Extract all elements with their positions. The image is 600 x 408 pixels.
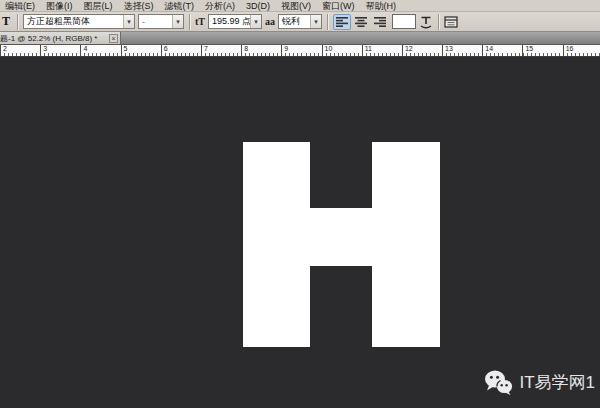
align-left-button[interactable] <box>333 14 351 30</box>
document-tab-bar: 标题-1 @ 52.2% (H, RGB/8) * × <box>0 32 600 45</box>
font-style-value: - <box>139 17 172 27</box>
menu-item[interactable]: 编辑(E) <box>0 0 41 12</box>
font-size-icon: tT <box>195 14 205 29</box>
watermark-text: IT易学网1 <box>519 371 595 394</box>
type-tool-icon[interactable]: T <box>0 14 12 29</box>
align-right-icon <box>374 17 386 27</box>
document-tab-title: 标题-1 @ 52.2% (H, RGB/8) * <box>0 33 106 44</box>
ruler-unit: 8 <box>241 45 281 56</box>
menu-item[interactable]: 分析(A) <box>200 0 241 12</box>
watermark: IT易学网1 <box>484 369 595 396</box>
ruler-number: 8 <box>244 45 248 52</box>
document-tab[interactable]: 标题-1 @ 52.2% (H, RGB/8) * × <box>0 32 121 44</box>
close-icon[interactable]: × <box>109 34 118 43</box>
ruler-unit: 15 <box>522 45 562 56</box>
chevron-down-icon: ▾ <box>172 15 183 28</box>
ruler-unit: 4 <box>80 45 120 56</box>
ruler-number: 2 <box>3 45 7 52</box>
text-alignment-group <box>333 14 389 30</box>
ruler-number: 14 <box>485 45 493 52</box>
ruler-unit: 9 <box>281 45 321 56</box>
ruler-number: 6 <box>164 45 168 52</box>
separator <box>189 14 190 30</box>
menu-item[interactable]: 窗口(W) <box>317 0 361 12</box>
menu-item[interactable]: 图像(I) <box>41 0 79 12</box>
chevron-down-icon: ▾ <box>310 15 321 28</box>
ruler-unit: 7 <box>201 45 241 56</box>
anti-alias-select[interactable]: 锐利 ▾ <box>278 14 322 29</box>
align-right-button[interactable] <box>371 14 389 30</box>
anti-alias-value: 锐利 <box>279 15 310 28</box>
separator <box>327 14 328 30</box>
separator <box>17 14 18 30</box>
ruler-number: 3 <box>43 45 47 52</box>
ruler-unit: 13 <box>442 45 482 56</box>
ruler-number: 16 <box>566 45 574 52</box>
ruler-unit: 16 <box>563 45 600 56</box>
font-size-select[interactable]: 195.99 点 ▾ <box>208 14 262 29</box>
ruler-number: 9 <box>284 45 288 52</box>
menu-item[interactable]: 3D(D) <box>241 0 276 12</box>
font-family-select[interactable]: 方正超粗黑简体 ▾ <box>23 14 135 29</box>
tool-options-bar: T 方正超粗黑简体 ▾ - ▾ tT 195.99 点 ▾ aa 锐利 ▾ <box>0 12 600 32</box>
menu-item[interactable]: 图层(L) <box>79 0 119 12</box>
align-left-icon <box>336 17 348 27</box>
chevron-down-icon: ▾ <box>250 15 261 28</box>
wechat-icon <box>484 369 513 396</box>
letter-h-crossbar <box>308 208 374 266</box>
align-center-button[interactable] <box>352 14 370 30</box>
toggle-panels-button[interactable] <box>444 16 458 28</box>
menu-item[interactable]: 视图(V) <box>276 0 317 12</box>
ruler-unit: 5 <box>121 45 161 56</box>
ruler-number: 5 <box>124 45 128 52</box>
ruler-number: 13 <box>445 45 453 52</box>
align-center-icon <box>355 17 367 27</box>
font-style-select[interactable]: - ▾ <box>138 14 184 29</box>
ruler-number: 12 <box>405 45 413 52</box>
ruler-number: 15 <box>525 45 533 52</box>
ruler-number: 11 <box>365 45 372 52</box>
ruler-number: 4 <box>83 45 87 52</box>
font-family-value: 方正超粗黑简体 <box>24 15 123 28</box>
ruler-number: 7 <box>204 45 208 52</box>
ruler-unit: 2 <box>0 45 40 56</box>
menu-item[interactable]: 选择(S) <box>119 0 160 12</box>
chevron-down-icon: ▾ <box>123 15 134 28</box>
warp-text-button[interactable] <box>419 15 433 29</box>
letter-h-right-stem <box>372 142 440 347</box>
panels-icon <box>444 16 458 28</box>
text-color-swatch[interactable] <box>392 14 416 29</box>
menu-item[interactable]: 滤镜(T) <box>160 0 201 12</box>
letter-h-left-stem <box>243 142 310 347</box>
ruler-number: 10 <box>325 45 333 52</box>
ruler-unit: 14 <box>482 45 522 56</box>
ruler-unit: 6 <box>161 45 201 56</box>
horizontal-ruler[interactable]: 2 3 4 5 6 7 8 9 10 11 <box>0 45 600 57</box>
document-canvas[interactable]: IT易学网1 <box>0 57 600 408</box>
ruler-unit: 3 <box>40 45 80 56</box>
ruler-unit: 11 <box>362 45 402 56</box>
ruler-unit: 10 <box>322 45 362 56</box>
anti-alias-icon: aa <box>265 14 275 29</box>
menu-bar: 编辑(E) 图像(I) 图层(L) 选择(S) 滤镜(T) 分析(A) 3D(D… <box>0 0 600 12</box>
font-size-value: 195.99 点 <box>209 15 250 28</box>
ruler-unit: 12 <box>402 45 442 56</box>
menu-item[interactable]: 帮助(H) <box>361 0 403 12</box>
separator <box>438 14 439 30</box>
warp-text-icon <box>419 15 433 29</box>
